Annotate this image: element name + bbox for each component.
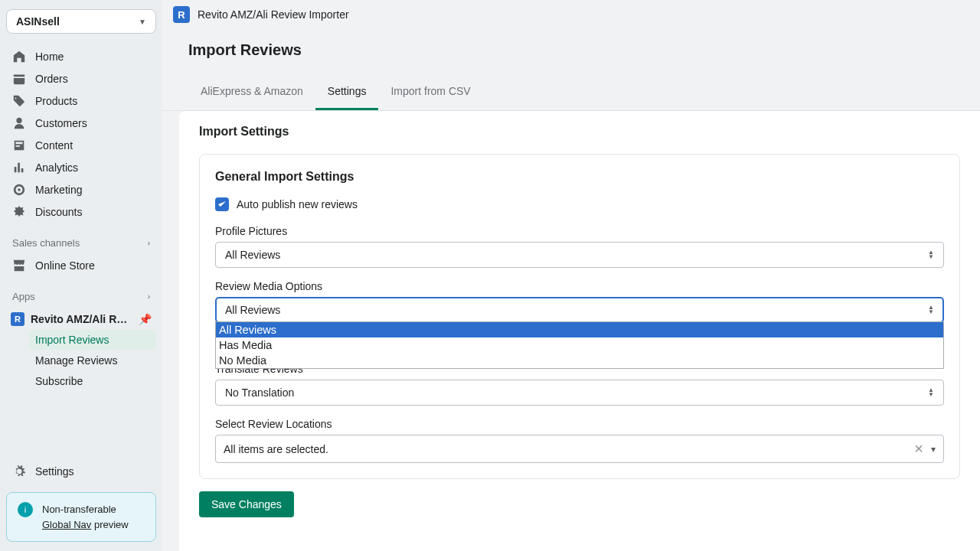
select-value: All Reviews (225, 249, 280, 261)
nav-discounts[interactable]: Discounts (6, 201, 156, 223)
nav-label: Products (35, 95, 77, 107)
chevron-right-icon: › (148, 239, 150, 247)
chevron-right-icon: › (148, 292, 150, 301)
nav-label: Customers (35, 117, 87, 129)
chevron-down-icon: ▼ (139, 18, 146, 26)
nav-label: Orders (35, 73, 68, 85)
select-value: All Reviews (225, 304, 280, 316)
section-label: Sales channels (12, 237, 80, 249)
app-revito[interactable]: R Revito AMZ/Ali Revi... 📌 (6, 308, 156, 330)
apps-header[interactable]: Apps › (6, 285, 156, 308)
nav-settings[interactable]: Settings (6, 460, 156, 483)
nav-home[interactable]: Home (6, 46, 156, 67)
select-value: No Translation (225, 386, 294, 399)
nav-label: Marketing (35, 184, 82, 196)
settings-label: Settings (35, 465, 74, 478)
store-name: ASINsell (16, 15, 60, 28)
discounts-icon (12, 205, 26, 219)
app-title: Revito AMZ/Ali Review Importer (198, 8, 349, 21)
tabs: AliExpress & Amazon Settings Import from… (162, 74, 980, 111)
select-arrows-icon: ▲▼ (928, 250, 934, 259)
option-no-media[interactable]: No Media (216, 353, 943, 368)
subnav-manage-reviews[interactable]: Manage Reviews (29, 350, 156, 370)
app-logo-icon: R (11, 312, 24, 326)
gear-icon (12, 465, 26, 478)
sales-channels-header[interactable]: Sales channels › (6, 231, 156, 255)
option-has-media[interactable]: Has Media (216, 337, 943, 353)
info-icon: i (18, 502, 33, 517)
nav-label: Online Store (35, 259, 95, 272)
orders-icon (12, 72, 26, 86)
marketing-icon (12, 183, 26, 197)
nav-content[interactable]: Content (6, 135, 156, 156)
nav-label: Content (35, 139, 73, 152)
general-settings-title: General Import Settings (215, 170, 944, 184)
media-options-select[interactable]: All Reviews ▲▼ (215, 297, 944, 323)
app-name: Revito AMZ/Ali Revi... (31, 313, 132, 325)
pin-icon[interactable]: 📌 (139, 313, 152, 325)
media-options-label: Review Media Options (215, 280, 944, 292)
locations-multiselect[interactable]: All items are selected. × ▾ (215, 435, 944, 463)
tab-import-csv[interactable]: Import from CSV (378, 74, 482, 110)
auto-publish-checkbox[interactable] (215, 197, 229, 211)
topbar: R Revito AMZ/Ali Review Importer (162, 0, 980, 29)
store-selector[interactable]: ASINsell ▼ (6, 9, 156, 34)
tab-aliexpress-amazon[interactable]: AliExpress & Amazon (188, 74, 315, 110)
subnav-import-reviews[interactable]: Import Reviews (29, 330, 156, 350)
content-icon (12, 139, 26, 152)
tab-settings[interactable]: Settings (315, 74, 379, 110)
profile-pictures-select[interactable]: All Reviews ▲▼ (215, 242, 944, 268)
nav-label: Analytics (35, 161, 78, 174)
multiselect-value: All items are selected. (224, 443, 328, 455)
nav-customers[interactable]: Customers (6, 112, 156, 134)
select-arrows-icon: ▲▼ (928, 388, 934, 397)
subnav-subscribe[interactable]: Subscribe (29, 371, 156, 391)
translate-select[interactable]: No Translation ▲▼ (215, 380, 944, 406)
page-title: Import Reviews (188, 41, 954, 59)
chevron-down-icon: ▾ (931, 444, 936, 455)
global-nav-link[interactable]: Global Nav (42, 519, 91, 530)
media-options-dropdown: All Reviews Has Media No Media (215, 321, 944, 369)
save-button[interactable]: Save Changes (199, 491, 294, 517)
nav-marketing[interactable]: Marketing (6, 179, 156, 201)
option-all-reviews[interactable]: All Reviews (216, 322, 943, 337)
notice-banner: i Non-transferable Global Nav preview (6, 492, 156, 542)
nav-label: Discounts (35, 206, 82, 218)
analytics-icon (12, 161, 26, 174)
profile-pictures-label: Profile Pictures (215, 225, 944, 237)
app-logo-icon: R (173, 6, 190, 23)
nav-analytics[interactable]: Analytics (6, 157, 156, 178)
nav-orders[interactable]: Orders (6, 68, 156, 90)
section-title: Import Settings (199, 125, 960, 139)
settings-card: General Import Settings Auto publish new… (199, 154, 960, 479)
notice-text: Non-transferable Global Nav preview (42, 502, 129, 532)
products-icon (12, 94, 26, 108)
select-arrows-icon: ▲▼ (928, 305, 934, 315)
locations-label: Select Review Locations (215, 418, 944, 430)
nav-label: Home (35, 51, 64, 63)
check-icon (217, 200, 227, 209)
nav-products[interactable]: Products (6, 90, 156, 112)
store-icon (12, 259, 26, 272)
clear-icon[interactable]: × (914, 440, 923, 458)
nav-online-store[interactable]: Online Store (6, 255, 156, 276)
auto-publish-label: Auto publish new reviews (237, 198, 358, 210)
customers-icon (12, 116, 26, 130)
section-label: Apps (12, 291, 35, 302)
home-icon (12, 50, 26, 64)
